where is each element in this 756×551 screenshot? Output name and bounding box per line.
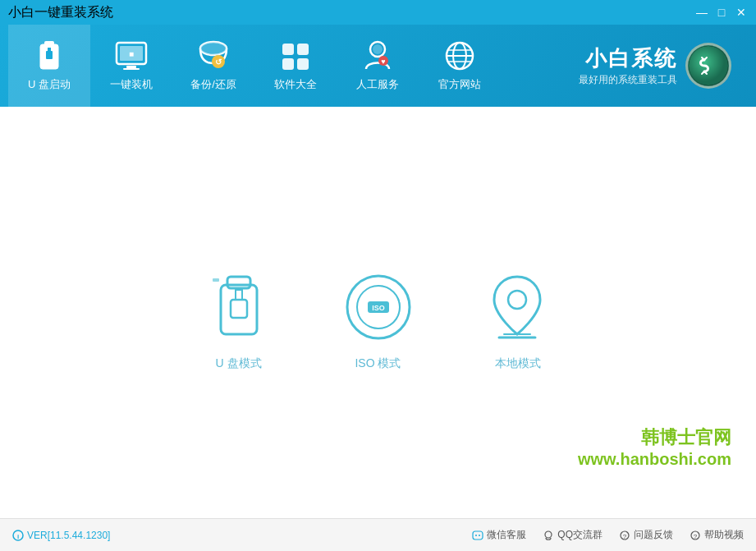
nav-label-manual: 人工服务	[356, 77, 399, 92]
svg-point-18	[373, 44, 383, 54]
status-actions: 微信客服 QQ交流群 ? 问题反馈 ? 帮助视频	[472, 528, 744, 542]
mode-container: U 盘模式 ISO ISO 模式	[202, 270, 555, 371]
svg-text:?: ?	[623, 533, 627, 540]
minimize-button[interactable]: —	[695, 6, 708, 19]
svg-text:?: ?	[694, 533, 698, 540]
svg-point-45	[479, 535, 480, 536]
nav-label-software: 软件大全	[274, 77, 317, 92]
mode-card-local[interactable]: 本地模式	[481, 270, 555, 371]
feedback-icon: ?	[619, 530, 630, 541]
svg-text:♥: ♥	[381, 57, 385, 66]
nav-item-website[interactable]: 官方网站	[419, 25, 501, 107]
svg-rect-30	[231, 300, 247, 318]
close-button[interactable]: ✕	[735, 6, 748, 19]
wechat-action[interactable]: 微信客服	[472, 528, 526, 542]
svg-rect-32	[213, 278, 219, 282]
mode-label-u-disk: U 盘模式	[216, 356, 262, 371]
manual-icon: ♥	[361, 39, 394, 72]
main-content: U 盘模式 ISO ISO 模式	[0, 107, 756, 518]
software-icon	[279, 39, 312, 72]
wechat-label: 微信客服	[487, 528, 526, 542]
svg-point-44	[475, 535, 477, 536]
qq-icon	[543, 530, 554, 541]
svg-point-38	[508, 291, 526, 309]
help-action[interactable]: ? 帮助视频	[690, 528, 744, 542]
svg-rect-29	[227, 277, 250, 288]
svg-point-46	[545, 531, 552, 538]
nav-label-one-click: 一键装机	[110, 77, 153, 92]
watermark-line1: 韩博士官网	[578, 425, 731, 450]
svg-rect-7	[123, 68, 140, 70]
svg-point-27	[689, 46, 728, 85]
help-icon: ?	[690, 530, 701, 541]
watermark: 韩博士官网 www.hanboshi.com	[578, 425, 731, 469]
help-label: 帮助视频	[704, 528, 744, 542]
nav-label-website: 官方网站	[438, 77, 481, 92]
feedback-action[interactable]: ? 问题反馈	[619, 528, 673, 542]
titlebar-title: 小白一键重装系统	[8, 4, 113, 21]
titlebar: 小白一键重装系统 — □ ✕	[0, 0, 756, 25]
mode-label-local: 本地模式	[495, 356, 541, 371]
nav-label-u-boot: U 盘启动	[28, 77, 71, 92]
svg-rect-28	[221, 285, 257, 334]
website-icon	[443, 39, 476, 72]
svg-rect-14	[297, 44, 309, 55]
brand-logo	[685, 43, 731, 89]
backup-icon: ↺	[197, 39, 230, 72]
mode-card-u-disk[interactable]: U 盘模式	[202, 270, 276, 371]
nav-item-one-click[interactable]: ■ 一键装机	[90, 25, 172, 107]
nav-item-u-boot[interactable]: U 盘启动	[8, 25, 90, 107]
u-disk-icon	[202, 270, 276, 344]
info-icon: i	[12, 530, 24, 541]
svg-point-10	[200, 42, 227, 55]
nav-item-software[interactable]: 软件大全	[254, 25, 337, 107]
titlebar-controls: — □ ✕	[695, 6, 748, 19]
brand-area: 小白系统 最好用的系统重装工具	[579, 43, 748, 89]
nav-items: U 盘启动 ■ 一键装机	[8, 25, 579, 107]
svg-rect-1	[44, 41, 54, 47]
svg-rect-43	[473, 531, 483, 540]
nav-item-backup[interactable]: ↺ 备份/还原	[172, 25, 254, 107]
navbar: U 盘启动 ■ 一键装机	[0, 25, 756, 107]
feedback-label: 问题反馈	[634, 528, 673, 542]
svg-rect-16	[297, 58, 309, 70]
svg-rect-13	[282, 44, 294, 55]
brand-slogan: 最好用的系统重装工具	[579, 73, 677, 87]
statusbar: i VER[11.5.44.1230] 微信客服 QQ交流群 ? 问题	[0, 518, 756, 551]
local-icon	[481, 270, 555, 344]
mode-card-iso[interactable]: ISO ISO 模式	[341, 270, 415, 371]
svg-rect-6	[126, 66, 136, 68]
one-click-icon: ■	[115, 39, 148, 72]
nav-label-backup: 备份/还原	[190, 77, 236, 92]
brand-text: 小白系统 最好用的系统重装工具	[579, 44, 677, 87]
mode-label-iso: ISO 模式	[355, 356, 401, 371]
svg-text:■: ■	[129, 49, 134, 58]
wechat-icon	[472, 530, 483, 541]
u-boot-icon	[33, 39, 66, 72]
svg-rect-2	[46, 51, 53, 59]
svg-rect-31	[236, 290, 242, 300]
svg-text:↺: ↺	[215, 57, 222, 67]
qq-action[interactable]: QQ交流群	[543, 528, 603, 542]
status-version: i VER[11.5.44.1230]	[12, 530, 110, 541]
qq-label: QQ交流群	[557, 528, 603, 542]
version-text: VER[11.5.44.1230]	[27, 530, 110, 541]
svg-text:i: i	[17, 533, 19, 540]
maximize-button[interactable]: □	[715, 6, 728, 19]
nav-item-manual[interactable]: ♥ 人工服务	[337, 25, 419, 107]
watermark-line2: www.hanboshi.com	[578, 450, 731, 469]
svg-text:ISO: ISO	[372, 304, 385, 312]
svg-rect-15	[282, 58, 294, 70]
brand-name: 小白系统	[579, 44, 677, 73]
iso-icon: ISO	[341, 270, 415, 344]
svg-rect-3	[48, 48, 51, 51]
